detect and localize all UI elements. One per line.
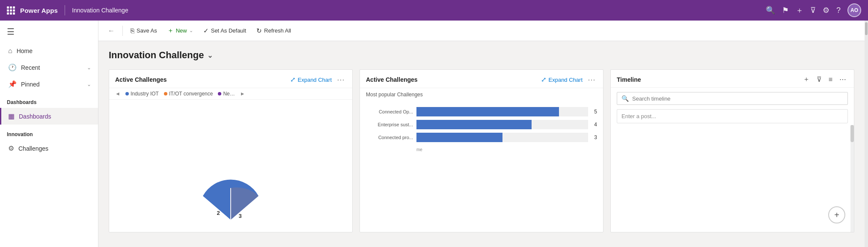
card-more-button-middle[interactable]: ⋯ (586, 75, 597, 84)
avatar[interactable]: AO (847, 3, 861, 17)
top-nav: Power Apps Innovation Challenge 🔍 ⚑ ＋ ⊽ … (0, 0, 868, 21)
sidebar-item-label: Challenges (18, 145, 91, 152)
bar-row-3: Connected pro... 3 (366, 133, 597, 142)
sidebar-item-label: Dashboards (19, 113, 91, 120)
sidebar-item-challenges[interactable]: ⚙ Challenges (0, 140, 98, 157)
new-dropdown-icon[interactable]: ⌄ (189, 28, 193, 33)
main-content: ← ⎘ Save As ＋ New ⌄ ✓ Set As Default ↻ R… (98, 21, 865, 247)
svg-text:2: 2 (217, 210, 220, 216)
expand-chart-button-middle[interactable]: ⤢ Expand Chart (541, 76, 583, 83)
toolbar: ← ⎘ Save As ＋ New ⌄ ✓ Set As Default ↻ R… (98, 21, 865, 41)
challenges-icon: ⚙ (8, 144, 14, 152)
refresh-button[interactable]: ↻ Refresh All (252, 24, 295, 37)
filter-icon[interactable]: ⊽ (810, 6, 816, 15)
sidebar-item-pinned[interactable]: 📌 Pinned ⌄ (0, 76, 98, 92)
app-grid-icon[interactable] (7, 6, 15, 15)
help-icon[interactable]: ? (836, 6, 841, 15)
card-left-header: Active Challenges ⤢ Expand Chart ⋯ (109, 70, 352, 88)
page-title: Innovation Challenge ⌄ (109, 50, 854, 61)
timeline-scrollbar[interactable] (850, 125, 854, 232)
toolbar-separator (122, 26, 123, 36)
legend-dot (164, 92, 167, 95)
card-middle-title: Active Challenges (366, 76, 538, 83)
save-as-button[interactable]: ⎘ Save As (126, 24, 161, 37)
sidebar-item-label: Recent (21, 64, 83, 71)
timeline-add-post-button[interactable]: + (828, 206, 845, 223)
legend-dot (218, 92, 221, 95)
checkmark-icon: ✓ (203, 27, 209, 35)
timeline-post-area[interactable]: Enter a post... (617, 109, 848, 123)
expand-icon: ⤢ (290, 76, 296, 83)
bar-chart: Connected Op... 5 Enterprise sust... (366, 104, 597, 155)
recent-icon: 🕐 (8, 63, 17, 71)
chevron-down-icon: ⌄ (87, 65, 91, 71)
plus-icon[interactable]: ＋ (796, 5, 803, 15)
app-layout: ☰ ⌂ Home 🕐 Recent ⌄ 📌 Pinned ⌄ Dashboard… (0, 21, 868, 247)
scrollbar-thumb (865, 22, 868, 35)
card-more-button-left[interactable]: ⋯ (335, 75, 346, 84)
bar-label: Connected pro... (366, 135, 413, 140)
new-icon: ＋ (167, 27, 174, 35)
bar-chart-area: Connected Op... 5 Enterprise sust... (360, 99, 603, 232)
timeline-title: Timeline (617, 76, 798, 83)
timeline-scroll-area: + (611, 125, 854, 232)
top-nav-icons: 🔍 ⚑ ＋ ⊽ ⚙ ? AO (766, 3, 861, 17)
timeline-lines-button[interactable]: ≡ (827, 76, 834, 83)
card-middle-header: Active Challenges ⤢ Expand Chart ⋯ (360, 70, 603, 88)
bar-label: Enterprise sust... (366, 122, 413, 127)
pie-chart-area: 2 3 (109, 100, 352, 232)
bar-value: 4 (594, 122, 597, 128)
scrollbar-thumb (850, 125, 854, 142)
sidebar-section-dashboards: Dashboards (0, 92, 98, 108)
bar-fill (416, 120, 532, 129)
sidebar-item-label: Pinned (21, 81, 83, 88)
legend-item-itot: IT/OT convergence (164, 91, 213, 97)
new-button[interactable]: ＋ New ⌄ (163, 24, 197, 37)
bar-value: 5 (594, 109, 597, 115)
bar-chart-subtitle: Most popular Challenges (360, 88, 603, 99)
search-icon[interactable]: 🔍 (766, 6, 775, 15)
chart-legend-left: ◄ Industry IOT IT/OT convergence Ne… (109, 88, 352, 100)
timeline-filter-button[interactable]: ⊽ (815, 75, 823, 83)
set-default-button[interactable]: ✓ Set As Default (199, 24, 250, 37)
bar-row-2: Enterprise sust... 4 (366, 120, 597, 129)
bar-track (416, 133, 588, 142)
sidebar: ☰ ⌂ Home 🕐 Recent ⌄ 📌 Pinned ⌄ Dashboard… (0, 21, 98, 247)
legend-next-arrow[interactable]: ► (240, 91, 245, 97)
dashboard-grid: Active Challenges ⤢ Expand Chart ⋯ ◄ Ind… (109, 69, 854, 232)
hamburger-button[interactable]: ☰ (0, 21, 98, 43)
card-left: Active Challenges ⤢ Expand Chart ⋯ ◄ Ind… (109, 69, 353, 232)
sidebar-section-innovation: Innovation (0, 125, 98, 140)
app-name: Power Apps (20, 7, 58, 14)
timeline-header: Timeline ＋ ⊽ ≡ ⋯ (611, 70, 854, 88)
gear-icon[interactable]: ⚙ (823, 6, 829, 15)
dashboard-icon: ▦ (8, 112, 15, 120)
save-as-icon: ⎘ (131, 27, 134, 34)
expand-icon: ⤢ (541, 76, 547, 83)
pin-icon: 📌 (8, 80, 17, 88)
bar-value: 3 (594, 134, 597, 140)
main-scrollbar[interactable] (865, 21, 868, 247)
legend-dot (125, 92, 129, 95)
y-axis-label-area: me (366, 146, 597, 152)
bar-track (416, 107, 588, 116)
nav-page-title: Innovation Challenge (72, 7, 128, 14)
sidebar-item-recent[interactable]: 🕐 Recent ⌄ (0, 59, 98, 76)
flag-icon[interactable]: ⚑ (782, 6, 789, 15)
timeline-add-button[interactable]: ＋ (801, 75, 812, 84)
search-timeline-input[interactable] (632, 95, 843, 102)
bar-row-1: Connected Op... 5 (366, 107, 597, 116)
expand-chart-button-left[interactable]: ⤢ Expand Chart (290, 76, 332, 83)
sidebar-item-dashboards[interactable]: ▦ Dashboards (0, 108, 98, 125)
bar-track (416, 120, 588, 129)
timeline-search-bar[interactable]: 🔍 (617, 92, 848, 105)
sidebar-item-home[interactable]: ⌂ Home (0, 43, 98, 59)
home-icon: ⌂ (8, 47, 12, 55)
back-button[interactable]: ← (104, 24, 119, 37)
legend-item-industry: Industry IOT (125, 91, 159, 97)
legend-prev-arrow[interactable]: ◄ (115, 91, 120, 97)
bar-fill (416, 107, 559, 116)
bar-fill (416, 133, 502, 142)
title-chevron-icon[interactable]: ⌄ (207, 51, 213, 60)
timeline-more-button[interactable]: ⋯ (838, 75, 848, 83)
